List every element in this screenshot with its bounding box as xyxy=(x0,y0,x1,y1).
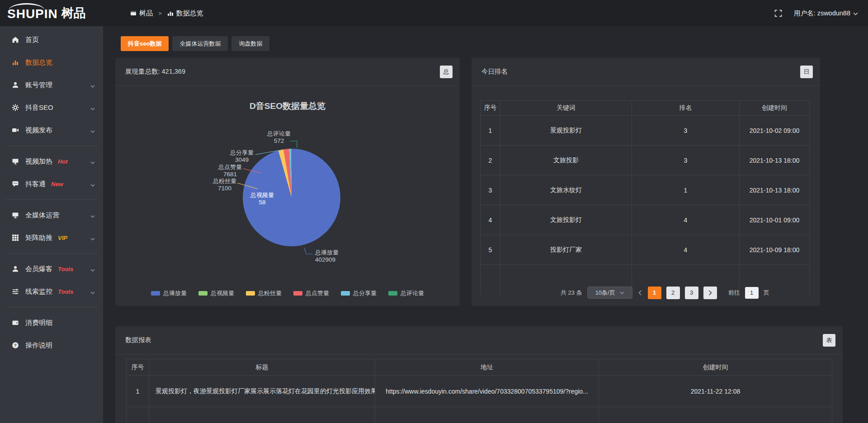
user-icon xyxy=(11,81,19,89)
sidebar-item-label: 抖音SEO xyxy=(25,103,53,112)
total-toggle-button[interactable]: 总 xyxy=(440,66,453,78)
legend-label: 总粉丝量 xyxy=(258,289,282,297)
legend-item[interactable]: 总评论量 xyxy=(388,289,424,297)
video-camera-icon xyxy=(11,127,19,134)
next-page-button[interactable] xyxy=(703,287,717,299)
table-row: 4 文旅投影灯 4 2021-10-01 09:00 xyxy=(481,205,810,235)
sidebar-item-label: 操作说明 xyxy=(25,341,52,350)
table-toggle-button[interactable]: 表 xyxy=(823,334,835,347)
data-report-panel: 数据报表 表 序号 标题 地址 创建时间 1 景观投影灯，夜游景观投影灯厂家展示… xyxy=(115,326,843,423)
sidebar-item-home[interactable]: 首页 xyxy=(0,28,103,51)
rank-table: 序号 关键词 排名 创建时间 1 景观投影灯 3 2021-10-02 09:0… xyxy=(480,100,810,295)
sidebar-item-label: 数据总览 xyxy=(25,58,52,67)
legend-chip xyxy=(246,291,255,296)
legend-item[interactable]: 总视频量 xyxy=(198,289,234,297)
sidebar-divider xyxy=(5,307,98,307)
person-icon xyxy=(11,265,19,273)
goto-suffix: 页 xyxy=(764,289,769,297)
goto-label: 前往 xyxy=(728,289,740,297)
tab-media-operation[interactable]: 全媒体运营数据 xyxy=(172,36,228,51)
chevron-down-icon xyxy=(620,291,624,294)
goto-page-input[interactable]: 1 xyxy=(745,287,759,299)
rank-table-header-row: 序号 关键词 排名 创建时间 xyxy=(481,101,810,116)
pagination-total: 共 23 条 xyxy=(561,289,582,297)
breadcrumb-current[interactable]: 数据总览 xyxy=(176,9,203,18)
chevron-down-icon xyxy=(90,104,95,112)
legend-item[interactable]: 总粉丝量 xyxy=(246,289,282,297)
pie-label-likes: 总点赞量7681 xyxy=(203,164,257,178)
monitor-icon xyxy=(11,212,19,219)
sidebar-item-member-baoke[interactable]: 会员爆客 Tools xyxy=(0,258,103,280)
rank-panel-header: 今日排名 xyxy=(472,58,820,86)
legend-item[interactable]: 总点赞量 xyxy=(293,289,329,297)
table-row: 5 投影灯厂家 4 2021-10-09 18:00 xyxy=(481,235,810,265)
impressions-total-label: 展现量总数: 421,369 xyxy=(125,67,185,76)
pie-label-plays: 总播放量402909 xyxy=(315,249,369,263)
table-row: 2 文旅投影 3 2021-10-13 18:00 xyxy=(481,146,810,175)
pie-label-videos: 总视频量58 xyxy=(235,192,289,206)
page-size-select[interactable]: 10条/页 xyxy=(587,287,632,299)
breadcrumb: 树品 > 数据总览 xyxy=(130,9,203,18)
legend-label: 总分享量 xyxy=(353,289,377,297)
screen-icon xyxy=(11,158,19,165)
sidebar-item-label: 抖客通 xyxy=(25,180,46,188)
legend-label: 总评论量 xyxy=(401,289,424,297)
today-rank-panel: 今日排名 日 序号 关键词 排名 创建时间 1 景观投影灯 3 2021-10-… xyxy=(472,58,820,306)
col-created: 创建时间 xyxy=(740,101,810,116)
tab-douyin-seo[interactable]: 抖音seo数据 xyxy=(121,36,169,51)
chart-icon xyxy=(11,59,19,66)
page-button-3[interactable]: 3 xyxy=(685,287,698,299)
sidebar-item-clue-monitor[interactable]: 线索监控 Tools xyxy=(0,280,103,303)
video-url-link[interactable]: https://www.iesdouyin.com/share/video/70… xyxy=(375,376,599,407)
table-row: 1 景观投影灯，夜游景观投影灯厂家展示展示落花灯在花园里的灯光投影应用效果 #…… xyxy=(127,376,832,407)
legend-label: 总视频量 xyxy=(211,289,234,297)
col-created: 创建时间 xyxy=(599,359,832,376)
table-row-clipped xyxy=(127,407,832,423)
table-row: 3 文旅水纹灯 1 2021-10-13 18:00 xyxy=(481,175,810,205)
svg-text:?: ? xyxy=(14,343,17,348)
sidebar-item-video-publish[interactable]: 视频发布 xyxy=(0,119,103,141)
question-icon: ? xyxy=(11,342,19,349)
legend-chip xyxy=(293,291,302,296)
legend-chip xyxy=(198,291,208,296)
page-button-2[interactable]: 2 xyxy=(666,287,680,299)
col-keyword: 关键词 xyxy=(500,101,632,116)
sidebar-item-matrix-boost[interactable]: 矩阵助推 VIP xyxy=(0,226,103,249)
new-badge: New xyxy=(51,181,63,188)
legend-item[interactable]: 总分享量 xyxy=(341,289,377,297)
sidebar-item-label: 视频加热 xyxy=(25,157,52,166)
logo-text-cn: 树品 xyxy=(61,5,86,21)
sidebar-item-douketong[interactable]: 抖客通 New xyxy=(0,173,103,195)
sidebar-item-douyin-seo[interactable]: 抖音SEO xyxy=(0,96,103,119)
col-index: 序号 xyxy=(481,101,500,116)
gear-icon xyxy=(11,104,19,111)
report-panel-header: 数据报表 xyxy=(115,326,843,354)
video-title-cell: 景观投影灯，夜游景观投影灯厂家展示展示落花灯在花园里的灯光投影应用效果 #… xyxy=(149,376,375,407)
sidebar-item-help[interactable]: ? 操作说明 xyxy=(0,334,103,357)
legend-item[interactable]: 总播放量 xyxy=(151,289,187,297)
prev-page-button[interactable] xyxy=(637,290,643,296)
chevron-down-icon xyxy=(90,265,95,273)
chevron-down-icon xyxy=(90,288,95,296)
sidebar-item-label: 线索监控 xyxy=(25,287,52,296)
page-button-1[interactable]: 1 xyxy=(648,287,661,299)
sidebar-item-data-overview[interactable]: 数据总览 xyxy=(0,51,103,74)
sidebar-item-label: 视频发布 xyxy=(25,126,52,135)
sidebar-item-label: 会员爆客 xyxy=(25,265,52,273)
breadcrumb-root[interactable]: 树品 xyxy=(139,9,153,18)
tools-badge: Tools xyxy=(58,288,73,295)
sidebar-item-consumption[interactable]: 消费明细 xyxy=(0,311,103,334)
sidebar-nav: 首页 数据总览 账号管理 抖音SEO 视频发布 视频加热 Hot xyxy=(0,26,103,423)
bar-chart-icon xyxy=(167,10,174,16)
fullscreen-icon[interactable] xyxy=(774,9,782,17)
home-icon xyxy=(11,36,19,43)
sidebar-divider xyxy=(5,253,98,254)
sidebar-item-media-operation[interactable]: 全媒体运营 xyxy=(0,204,103,226)
sidebar-item-label: 账号管理 xyxy=(25,81,52,89)
sidebar-item-account[interactable]: 账号管理 xyxy=(0,74,103,96)
tab-inquiry[interactable]: 询盘数据 xyxy=(231,36,269,51)
chevron-down-icon xyxy=(90,180,95,188)
day-toggle-button[interactable]: 日 xyxy=(800,66,813,78)
sidebar-item-video-heat[interactable]: 视频加热 Hot xyxy=(0,150,103,173)
user-menu[interactable]: 用户名: zswodun88 xyxy=(794,9,858,18)
